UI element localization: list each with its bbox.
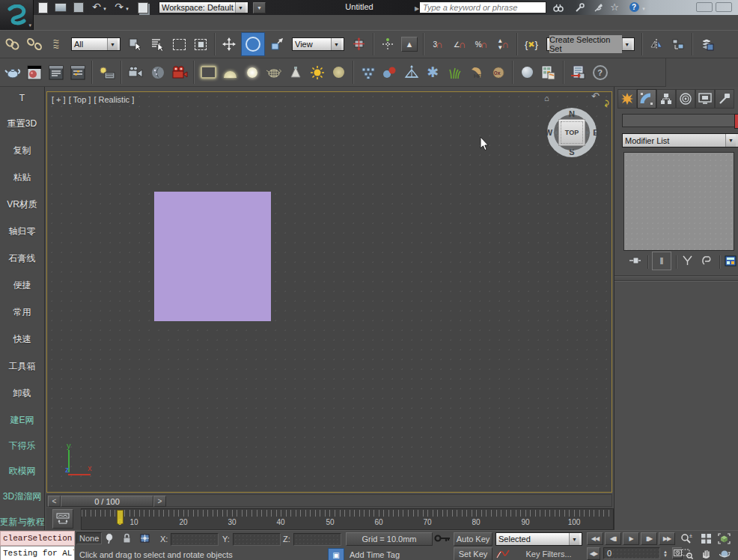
sidebar-button-toolbox[interactable]: 工具箱 (9, 360, 36, 373)
sidebar-link-justeasy[interactable]: 建E网 (10, 414, 34, 427)
pan-hand-icon[interactable] (698, 547, 715, 560)
physical-camera-icon[interactable] (170, 63, 189, 82)
light-lister-icon[interactable] (97, 63, 116, 82)
ox-fur-icon[interactable]: 0x (489, 63, 507, 82)
pin-stack-icon[interactable] (626, 253, 643, 268)
wrench-icon[interactable] (573, 1, 586, 13)
ambient-light-icon[interactable] (329, 63, 348, 82)
select-and-move-icon[interactable] (219, 34, 239, 54)
keyboard-shortcut-override-icon[interactable]: ▲ (400, 34, 419, 54)
current-frame-field[interactable]: 0 (603, 547, 660, 559)
viewcube-east-label[interactable]: E (593, 128, 598, 137)
sidebar-button-quick[interactable]: 快速 (13, 333, 31, 346)
frame-spinner[interactable]: ▲▼ (662, 547, 669, 560)
proxy-grid-icon[interactable] (359, 63, 377, 82)
select-and-scale-icon[interactable] (267, 34, 287, 54)
material-sphere-icon[interactable] (518, 63, 537, 82)
key-mode-toggle-button[interactable]: ◀▶ (587, 547, 600, 560)
material-library-icon[interactable] (540, 63, 558, 82)
pyramid-helper-icon[interactable] (402, 63, 421, 82)
tab-modify[interactable] (637, 89, 656, 109)
modifier-list-dropdown[interactable]: Modifier List▼ (622, 133, 738, 147)
sidebar-button-unload[interactable]: 卸载 (13, 387, 31, 400)
absolute-relative-transform-icon[interactable] (139, 533, 150, 545)
bind-to-space-warp-icon[interactable]: ≈≈ (46, 34, 66, 54)
viewcube-west-label[interactable]: W (545, 128, 552, 137)
render-setup-icon[interactable] (46, 63, 65, 82)
toolbar-help-icon[interactable]: ? (591, 63, 609, 82)
named-selection-set-dropdown[interactable]: Create Selection Set▼ (546, 37, 635, 51)
hair-farm-icon[interactable]: HF (467, 63, 486, 82)
make-unique-icon[interactable] (679, 253, 695, 268)
coord-system-arrow-icon[interactable]: ▼ (331, 38, 341, 50)
open-mini-curve-editor-icon[interactable] (52, 509, 73, 529)
tab-hierarchy[interactable] (656, 89, 676, 109)
sidebar-link-xiadele[interactable]: 下得乐 (9, 439, 36, 452)
viewcube-home-icon[interactable]: ⌂ (544, 94, 549, 103)
zoom-all-icon[interactable] (698, 532, 715, 545)
align-icon[interactable] (668, 34, 688, 54)
spinner-snap-icon[interactable]: ▲▼∩ (493, 34, 513, 54)
next-frame-button[interactable]: ▮▶ (641, 532, 657, 545)
render-teapot-icon[interactable] (3, 63, 22, 82)
orbit-icon[interactable] (716, 547, 733, 560)
ies-light-icon[interactable] (286, 63, 305, 82)
help-dropdown-icon[interactable]: ▾ (641, 3, 647, 15)
rendered-frame-window-icon[interactable] (68, 63, 87, 82)
viewcube-arrow-up-icon[interactable]: ▲ (570, 114, 575, 119)
open-file-icon[interactable] (54, 1, 67, 13)
previous-frame-button[interactable]: ◀▮ (605, 532, 621, 545)
selection-filter-arrow-icon[interactable]: ▼ (107, 38, 118, 50)
vray-mesh-light-icon[interactable] (264, 63, 283, 82)
maximize-viewport-toggle-icon[interactable] (734, 547, 738, 560)
sidebar-link-om[interactable]: 欧模网 (9, 465, 36, 478)
configure-modifier-sets-icon[interactable] (722, 253, 738, 268)
angle-snap-icon[interactable]: ∠∩ (450, 34, 469, 54)
redo-dropdown-icon[interactable]: ▾ (124, 3, 130, 15)
use-pivot-point-icon[interactable] (350, 34, 369, 54)
sidebar-button-vray-material[interactable]: VR材质 (7, 198, 37, 211)
key-filters-button[interactable]: Key Filters... (515, 547, 582, 560)
sidebar-button-t[interactable]: T (19, 93, 25, 103)
add-time-tag[interactable]: Add Time Tag (350, 550, 400, 559)
modifier-stack[interactable] (623, 152, 734, 251)
key-mode-arrow-icon[interactable]: ▼ (569, 533, 579, 545)
select-object-icon[interactable] (126, 34, 145, 54)
save-file-icon[interactable] (72, 1, 85, 13)
sidebar-button-convenient[interactable]: 便捷 (13, 279, 31, 292)
time-slider-frame-display[interactable]: 0 / 100 (61, 496, 153, 507)
remove-modifier-icon[interactable] (698, 253, 715, 268)
select-and-manipulate-icon[interactable] (378, 34, 397, 54)
show-end-result-icon[interactable]: ‖ (652, 252, 671, 270)
edit-named-selection-sets-icon[interactable]: {✚} (522, 34, 541, 54)
select-by-name-icon[interactable] (147, 34, 167, 54)
sidebar-button-common[interactable]: 常用 (13, 306, 31, 319)
sidebar-button-pivot-zero[interactable]: 轴归零 (9, 225, 36, 238)
script-loader-icon[interactable] (569, 63, 588, 82)
favorites-star-icon[interactable]: ☆ (608, 1, 621, 13)
3dsmax-logo[interactable]: ▾ (0, 0, 34, 30)
select-and-rotate-icon[interactable] (241, 32, 265, 56)
go-to-end-button[interactable]: ▶▶ (659, 532, 675, 545)
percent-snap-icon[interactable]: %∩ (472, 34, 491, 54)
tab-utilities[interactable] (715, 89, 734, 109)
sidebar-button-reset3d[interactable]: 重置3D (7, 118, 37, 130)
snaps-toggle-3d-icon[interactable]: 3∩ (428, 34, 448, 54)
selection-lock-icon[interactable] (122, 533, 132, 545)
grass-icon[interactable] (445, 63, 464, 82)
select-and-link-icon[interactable] (3, 34, 22, 54)
maxscript-listener-line[interactable]: Testing for ALl (0, 546, 75, 560)
vray-plane-light-icon[interactable] (199, 63, 218, 82)
search-input[interactable] (419, 1, 546, 13)
communication-icon[interactable] (591, 1, 605, 13)
tab-motion[interactable] (676, 89, 695, 109)
grid-setting-display[interactable]: Grid = 10.0mm (346, 532, 433, 546)
modifier-list-arrow-icon[interactable]: ▼ (725, 134, 736, 147)
vray-sphere-light-icon[interactable] (243, 63, 261, 82)
auto-key-button[interactable]: Auto Key (454, 532, 492, 546)
viewcube-arrow-down-icon[interactable]: ▼ (570, 147, 575, 152)
sidebar-button-paste[interactable]: 粘贴 (13, 171, 31, 184)
sidebar-button-copy[interactable]: 复制 (13, 144, 31, 157)
window-crossing-icon[interactable] (191, 34, 210, 54)
new-scene-icon[interactable] (36, 1, 49, 13)
